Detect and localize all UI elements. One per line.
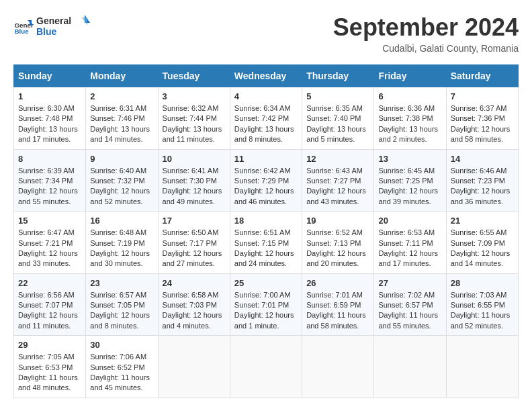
day-cell: 13 Sunrise: 6:45 AMSunset: 7:25 PMDaylig…	[374, 149, 446, 212]
day-number: 20	[378, 216, 441, 226]
day-info: Sunrise: 6:37 AMSunset: 7:36 PMDaylight:…	[451, 103, 514, 145]
day-cell: 5 Sunrise: 6:35 AMSunset: 7:40 PMDayligh…	[302, 87, 374, 150]
day-info: Sunrise: 6:46 AMSunset: 7:23 PMDaylight:…	[451, 166, 514, 208]
day-info: Sunrise: 6:45 AMSunset: 7:25 PMDaylight:…	[378, 166, 441, 208]
day-info: Sunrise: 6:42 AMSunset: 7:29 PMDaylight:…	[234, 166, 298, 208]
weekday-header-row: SundayMondayTuesdayWednesdayThursdayFrid…	[14, 65, 519, 87]
day-cell: 25 Sunrise: 7:00 AMSunset: 7:01 PMDaylig…	[230, 273, 302, 336]
day-number: 28	[451, 278, 514, 288]
day-cell: 15 Sunrise: 6:47 AMSunset: 7:21 PMDaylig…	[14, 212, 86, 274]
weekday-header-monday: Monday	[86, 65, 158, 87]
day-cell: 12 Sunrise: 6:43 AMSunset: 7:27 PMDaylig…	[302, 149, 374, 212]
day-info: Sunrise: 6:56 AMSunset: 7:07 PMDaylight:…	[18, 290, 81, 332]
day-number: 17	[163, 216, 226, 226]
day-cell: 3 Sunrise: 6:32 AMSunset: 7:44 PMDayligh…	[158, 87, 230, 150]
day-number: 25	[234, 278, 298, 288]
day-number: 1	[18, 91, 81, 101]
day-number: 12	[306, 154, 369, 164]
calendar-table: SundayMondayTuesdayWednesdayThursdayFrid…	[13, 64, 519, 398]
day-info: Sunrise: 6:34 AMSunset: 7:42 PMDaylight:…	[234, 103, 298, 145]
day-cell: 19 Sunrise: 6:52 AMSunset: 7:13 PMDaylig…	[302, 212, 374, 274]
location-subtitle: Cudalbi, Galati County, Romania	[333, 43, 519, 54]
day-info: Sunrise: 7:00 AMSunset: 7:01 PMDaylight:…	[234, 290, 298, 332]
day-cell: 4 Sunrise: 6:34 AMSunset: 7:42 PMDayligh…	[230, 87, 302, 150]
day-info: Sunrise: 6:53 AMSunset: 7:11 PMDaylight:…	[378, 228, 441, 269]
week-row-1: 1 Sunrise: 6:30 AMSunset: 7:48 PMDayligh…	[14, 87, 519, 150]
day-info: Sunrise: 6:50 AMSunset: 7:17 PMDaylight:…	[163, 228, 226, 269]
day-cell: 2 Sunrise: 6:31 AMSunset: 7:46 PMDayligh…	[86, 87, 158, 150]
day-number: 15	[18, 216, 81, 226]
day-cell	[230, 336, 302, 398]
day-number: 14	[451, 154, 514, 164]
day-info: Sunrise: 6:51 AMSunset: 7:15 PMDaylight:…	[234, 228, 298, 269]
day-info: Sunrise: 7:03 AMSunset: 6:55 PMDaylight:…	[451, 290, 514, 332]
day-cell: 26 Sunrise: 7:01 AMSunset: 6:59 PMDaylig…	[302, 273, 374, 336]
day-number: 6	[378, 91, 441, 101]
day-info: Sunrise: 7:02 AMSunset: 6:57 PMDaylight:…	[378, 290, 441, 332]
day-cell: 9 Sunrise: 6:40 AMSunset: 7:32 PMDayligh…	[86, 149, 158, 212]
day-number: 19	[306, 216, 369, 226]
svg-text:Blue: Blue	[15, 28, 30, 35]
day-cell	[374, 336, 446, 398]
logo: General Blue General Blue	[13, 13, 90, 39]
day-info: Sunrise: 6:47 AMSunset: 7:21 PMDaylight:…	[18, 228, 81, 269]
day-number: 3	[163, 91, 226, 101]
day-cell: 29 Sunrise: 7:05 AMSunset: 6:53 PMDaylig…	[14, 336, 86, 398]
logo-icon: General Blue	[13, 16, 34, 36]
day-cell: 23 Sunrise: 6:57 AMSunset: 7:05 PMDaylig…	[86, 273, 158, 336]
weekday-header-thursday: Thursday	[302, 65, 374, 87]
day-info: Sunrise: 6:36 AMSunset: 7:38 PMDaylight:…	[378, 103, 441, 145]
day-number: 24	[163, 278, 226, 288]
day-cell: 30 Sunrise: 7:06 AMSunset: 6:52 PMDaylig…	[86, 336, 158, 398]
day-info: Sunrise: 6:55 AMSunset: 7:09 PMDaylight:…	[451, 228, 514, 269]
week-row-4: 22 Sunrise: 6:56 AMSunset: 7:07 PMDaylig…	[14, 273, 519, 336]
day-info: Sunrise: 6:40 AMSunset: 7:32 PMDaylight:…	[90, 166, 153, 208]
day-cell	[446, 336, 518, 398]
day-number: 23	[90, 278, 153, 288]
day-cell: 1 Sunrise: 6:30 AMSunset: 7:48 PMDayligh…	[14, 87, 86, 150]
day-cell: 28 Sunrise: 7:03 AMSunset: 6:55 PMDaylig…	[446, 273, 518, 336]
day-info: Sunrise: 7:01 AMSunset: 6:59 PMDaylight:…	[306, 290, 369, 332]
logo-svg: General Blue	[36, 13, 90, 39]
day-cell: 20 Sunrise: 6:53 AMSunset: 7:11 PMDaylig…	[374, 212, 446, 274]
day-number: 5	[306, 91, 369, 101]
day-number: 22	[18, 278, 81, 288]
week-row-3: 15 Sunrise: 6:47 AMSunset: 7:21 PMDaylig…	[14, 212, 519, 274]
day-info: Sunrise: 6:43 AMSunset: 7:27 PMDaylight:…	[306, 166, 369, 208]
week-row-2: 8 Sunrise: 6:39 AMSunset: 7:34 PMDayligh…	[14, 149, 519, 212]
day-info: Sunrise: 6:48 AMSunset: 7:19 PMDaylight:…	[90, 228, 153, 269]
day-info: Sunrise: 6:39 AMSunset: 7:34 PMDaylight:…	[18, 166, 81, 208]
day-number: 21	[451, 216, 514, 226]
title-area: September 2024 Cudalbi, Galati County, R…	[333, 13, 519, 54]
day-info: Sunrise: 6:35 AMSunset: 7:40 PMDaylight:…	[306, 103, 369, 145]
day-number: 10	[163, 154, 226, 164]
day-number: 7	[451, 91, 514, 101]
weekday-header-tuesday: Tuesday	[158, 65, 230, 87]
day-cell: 14 Sunrise: 6:46 AMSunset: 7:23 PMDaylig…	[446, 149, 518, 212]
day-info: Sunrise: 6:52 AMSunset: 7:13 PMDaylight:…	[306, 228, 369, 269]
day-cell: 27 Sunrise: 7:02 AMSunset: 6:57 PMDaylig…	[374, 273, 446, 336]
day-number: 16	[90, 216, 153, 226]
day-cell: 8 Sunrise: 6:39 AMSunset: 7:34 PMDayligh…	[14, 149, 86, 212]
day-info: Sunrise: 6:32 AMSunset: 7:44 PMDaylight:…	[163, 103, 226, 145]
day-info: Sunrise: 6:41 AMSunset: 7:30 PMDaylight:…	[163, 166, 226, 208]
day-cell: 24 Sunrise: 6:58 AMSunset: 7:03 PMDaylig…	[158, 273, 230, 336]
day-info: Sunrise: 6:30 AMSunset: 7:48 PMDaylight:…	[18, 103, 81, 145]
day-number: 2	[90, 91, 153, 101]
weekday-header-sunday: Sunday	[14, 65, 86, 87]
day-cell: 22 Sunrise: 6:56 AMSunset: 7:07 PMDaylig…	[14, 273, 86, 336]
month-title: September 2024	[333, 13, 519, 42]
day-cell: 16 Sunrise: 6:48 AMSunset: 7:19 PMDaylig…	[86, 212, 158, 274]
day-number: 29	[18, 340, 81, 350]
day-number: 26	[306, 278, 369, 288]
day-cell: 18 Sunrise: 6:51 AMSunset: 7:15 PMDaylig…	[230, 212, 302, 274]
day-number: 11	[234, 154, 298, 164]
day-cell	[302, 336, 374, 398]
day-cell: 21 Sunrise: 6:55 AMSunset: 7:09 PMDaylig…	[446, 212, 518, 274]
day-number: 4	[234, 91, 298, 101]
day-number: 9	[90, 154, 153, 164]
day-cell: 11 Sunrise: 6:42 AMSunset: 7:29 PMDaylig…	[230, 149, 302, 212]
weekday-header-saturday: Saturday	[446, 65, 518, 87]
day-cell: 6 Sunrise: 6:36 AMSunset: 7:38 PMDayligh…	[374, 87, 446, 150]
week-row-5: 29 Sunrise: 7:05 AMSunset: 6:53 PMDaylig…	[14, 336, 519, 398]
